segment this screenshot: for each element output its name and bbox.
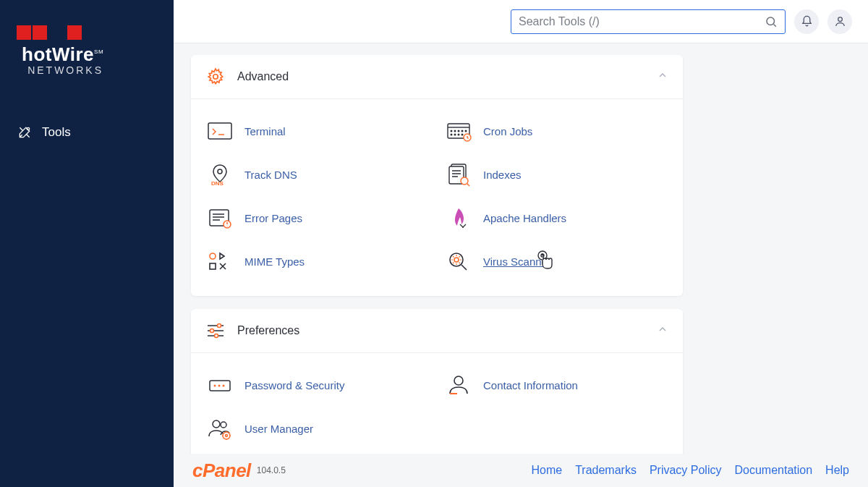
app-label: Indexes	[483, 169, 522, 181]
svg-point-9	[461, 130, 463, 132]
svg-point-38	[213, 420, 220, 428]
gear-icon	[205, 67, 226, 87]
section-preferences: Preferences Password & Security Contact …	[191, 309, 683, 463]
footer: cPanel 104.0.5 Home Trademarks Privacy P…	[174, 454, 868, 487]
svg-rect-4	[208, 123, 231, 139]
sidebar: hotWireSM NETWORKS Tools	[0, 0, 174, 487]
svg-point-0	[27, 127, 29, 130]
svg-point-36	[223, 385, 225, 387]
svg-point-34	[214, 385, 216, 387]
brand-logo: hotWireSM NETWORKS	[0, 0, 174, 93]
svg-point-31	[210, 329, 214, 333]
topbar	[174, 0, 868, 43]
search-box[interactable]	[511, 9, 786, 34]
footer-link-home[interactable]: Home	[531, 464, 562, 477]
app-label: Error Pages	[244, 212, 302, 224]
mime-icon	[205, 248, 234, 274]
app-cron-jobs[interactable]: Cron Jobs	[437, 109, 676, 153]
svg-point-11	[451, 134, 452, 135]
user-menu-button[interactable]	[827, 9, 852, 34]
sliders-icon	[205, 321, 226, 341]
search-icon	[765, 15, 778, 28]
app-user-manager[interactable]: User Manager	[198, 407, 437, 450]
usermgr-icon	[205, 415, 234, 441]
sidebar-item-label: Tools	[42, 125, 71, 140]
svg-point-2	[838, 17, 842, 22]
footer-link-privacy[interactable]: Privacy Policy	[650, 464, 722, 477]
svg-point-27	[454, 258, 459, 262]
app-label: Track DNS	[244, 169, 297, 181]
svg-point-35	[218, 385, 221, 387]
bell-icon	[801, 15, 813, 27]
sidebar-nav: Tools	[0, 118, 174, 147]
app-indexes[interactable]: Indexes	[437, 153, 676, 196]
svg-point-23	[462, 226, 464, 228]
section-body-advanced: Terminal Cron Jobs DNS Track DNS Indexes	[191, 99, 683, 296]
notifications-button[interactable]	[794, 9, 819, 34]
contact-icon	[444, 372, 473, 398]
chevron-up-icon	[657, 323, 668, 338]
svg-point-14	[461, 134, 463, 135]
cron-icon	[444, 118, 473, 144]
app-label: MIME Types	[244, 255, 305, 268]
apache-icon	[444, 205, 473, 231]
svg-point-30	[218, 324, 221, 328]
section-header-preferences[interactable]: Preferences	[191, 309, 683, 353]
svg-point-16	[218, 169, 222, 174]
svg-point-32	[215, 334, 218, 338]
section-header-advanced[interactable]: Advanced	[191, 55, 683, 99]
app-error-pages[interactable]: Error Pages	[198, 196, 437, 240]
cpanel-logo: cPanel	[192, 460, 251, 482]
svg-point-7	[454, 130, 456, 132]
svg-point-24	[210, 253, 216, 259]
brand-logo-mark	[16, 25, 82, 43]
svg-point-13	[458, 134, 459, 135]
virus-icon	[444, 248, 473, 274]
app-label: Terminal	[244, 125, 286, 137]
svg-point-39	[221, 422, 226, 428]
section-advanced: Advanced Terminal Cron Jobs DNS	[191, 55, 683, 296]
app-label: Contact Information	[483, 379, 578, 391]
section-title: Advanced	[237, 70, 657, 83]
footer-link-documentation[interactable]: Documentation	[734, 464, 812, 477]
app-label: Virus Scanner	[483, 255, 551, 268]
app-apache-handlers[interactable]: Apache Handlers	[437, 196, 676, 240]
section-body-preferences: Password & Security Contact Information …	[191, 353, 683, 463]
dns-icon: DNS	[205, 161, 234, 187]
errorpages-icon	[205, 205, 234, 231]
svg-point-10	[465, 130, 467, 132]
footer-link-trademarks[interactable]: Trademarks	[575, 464, 637, 477]
svg-point-3	[213, 75, 218, 80]
app-virus-scanner[interactable]: Virus Scanner	[437, 240, 676, 283]
sidebar-item-tools[interactable]: Tools	[0, 118, 174, 147]
app-mime-types[interactable]: MIME Types	[198, 240, 437, 283]
svg-rect-25	[210, 263, 216, 269]
app-terminal[interactable]: Terminal	[198, 109, 437, 153]
svg-point-8	[458, 130, 459, 132]
chevron-up-icon	[657, 69, 668, 84]
app-track-dns[interactable]: DNS Track DNS	[198, 153, 437, 196]
main-content: Advanced Terminal Cron Jobs DNS	[174, 43, 868, 487]
cpanel-version: 104.0.5	[257, 465, 286, 475]
app-label: Apache Handlers	[483, 212, 566, 224]
app-label: User Manager	[244, 423, 313, 435]
brand-logo-text: hotWireSM NETWORKS	[22, 43, 103, 76]
svg-point-20	[461, 177, 468, 185]
section-title: Preferences	[237, 324, 657, 337]
search-input[interactable]	[519, 15, 765, 28]
svg-text:DNS: DNS	[211, 180, 224, 187]
svg-point-12	[454, 134, 456, 135]
app-label: Cron Jobs	[483, 125, 532, 137]
svg-point-1	[767, 17, 775, 25]
user-icon	[834, 15, 846, 27]
password-icon	[205, 372, 234, 398]
svg-point-37	[454, 376, 463, 385]
svg-point-6	[451, 130, 452, 132]
indexes-icon	[444, 161, 473, 187]
app-password-security[interactable]: Password & Security	[198, 363, 437, 407]
footer-link-help[interactable]: Help	[825, 464, 849, 477]
app-contact-information[interactable]: Contact Information	[437, 363, 676, 407]
tools-icon	[17, 125, 32, 140]
terminal-icon	[205, 118, 234, 144]
app-label: Password & Security	[244, 379, 344, 391]
